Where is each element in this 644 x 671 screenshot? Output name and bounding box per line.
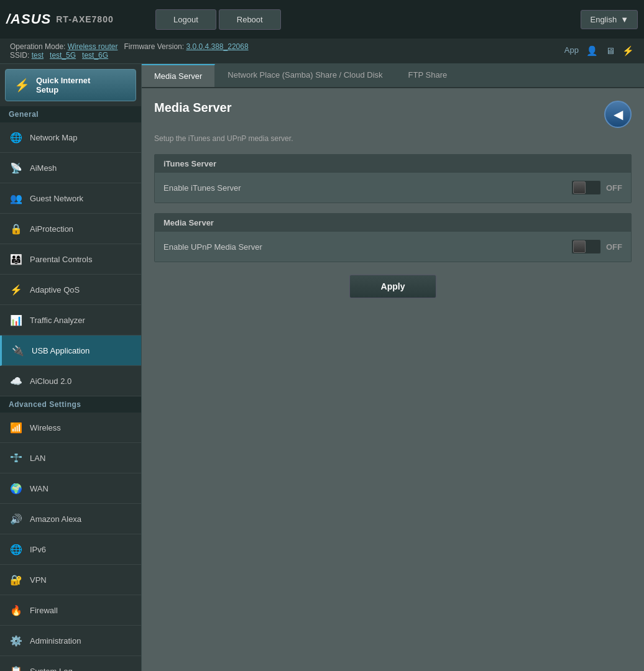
itunes-section-header: iTunes Server: [155, 155, 631, 173]
adaptive-qos-icon: ⚡: [9, 282, 24, 297]
sidebar-item-network-map[interactable]: 🌐 Network Map: [0, 122, 141, 153]
sidebar-label-ipv6: IPv6: [30, 545, 46, 554]
sidebar-label-network-map: Network Map: [30, 133, 78, 142]
sidebar-item-wan[interactable]: 🌍 WAN: [0, 473, 141, 504]
itunes-toggle-state: OFF: [606, 183, 622, 193]
itunes-toggle-thumb: [573, 181, 586, 194]
ssid3-link[interactable]: test_6G: [82, 51, 108, 60]
main-layout: ⚡ Quick Internet Setup General 🌐 Network…: [0, 64, 644, 671]
quick-setup-label: Quick Internet Setup: [36, 76, 90, 94]
itunes-toggle-row: Enable iTunes Server OFF: [155, 173, 631, 203]
reboot-button[interactable]: Reboot: [219, 9, 281, 30]
sidebar-label-aicloud: AiCloud 2.0: [30, 377, 71, 386]
sidebar-label-parental-controls: Parental Controls: [30, 255, 92, 264]
logo-asus: /ASUS: [6, 11, 51, 27]
usb-application-icon: 🔌: [11, 343, 25, 358]
sidebar-item-adaptive-qos[interactable]: ⚡ Adaptive QoS: [0, 275, 141, 305]
apply-button-row: Apply: [154, 275, 632, 298]
sidebar-item-administration[interactable]: ⚙️ Administration: [0, 626, 141, 656]
ssid-prefix: SSID:: [10, 51, 29, 60]
media-toggle-switch[interactable]: OFF: [571, 239, 622, 254]
top-nav: Logout Reboot: [143, 9, 581, 30]
lang-label: English: [590, 15, 617, 24]
logo-model: RT-AXE7800: [56, 14, 113, 24]
sidebar-label-traffic-analyzer: Traffic Analyzer: [30, 316, 85, 325]
back-button[interactable]: ◀: [604, 101, 632, 128]
sidebar-label-lan: LAN: [30, 454, 45, 463]
media-server-section: Media Server Enable UPnP Media Server OF…: [154, 213, 632, 262]
aiprotection-icon: 🔒: [9, 221, 24, 236]
sidebar-item-parental-controls[interactable]: 👨‍👩‍👧 Parental Controls: [0, 244, 141, 275]
sidebar-item-lan[interactable]: LAN: [0, 443, 141, 473]
sidebar-label-system-log: System Log: [30, 667, 73, 672]
tab-ftp-share[interactable]: FTP Share: [396, 64, 461, 87]
fw-version-link[interactable]: 3.0.0.4.388_22068: [186, 42, 248, 51]
sidebar-item-aiprotection[interactable]: 🔒 AiProtection: [0, 214, 141, 244]
media-toggle-label: Enable UPnP Media Server: [163, 242, 571, 252]
parental-controls-icon: 👨‍👩‍👧: [9, 252, 24, 267]
general-section-header: General: [0, 106, 141, 122]
guest-network-icon: 👥: [9, 191, 24, 206]
wireless-icon: 📶: [9, 420, 24, 435]
sidebar-item-aimesh[interactable]: 📡 AiMesh: [0, 153, 141, 183]
system-log-icon: 📋: [9, 664, 24, 671]
wan-icon: 🌍: [9, 481, 24, 496]
monitor-icon[interactable]: 🖥: [605, 45, 615, 57]
amazon-alexa-icon: 🔊: [9, 511, 24, 526]
sidebar-label-wan: WAN: [30, 484, 48, 493]
status-bar: Operation Mode: Wireless router Firmware…: [0, 39, 644, 64]
sidebar-item-usb-application[interactable]: 🔌 USB Application: [0, 336, 141, 366]
chevron-down-icon: ▼: [620, 15, 628, 24]
tab-media-server[interactable]: Media Server: [142, 64, 215, 87]
media-toggle-state: OFF: [606, 242, 622, 252]
quick-internet-setup-button[interactable]: ⚡ Quick Internet Setup: [5, 69, 136, 101]
op-mode-link[interactable]: Wireless router: [68, 42, 118, 51]
traffic-analyzer-icon: 📊: [9, 313, 24, 327]
itunes-server-section: iTunes Server Enable iTunes Server OFF: [154, 154, 632, 203]
sidebar-item-firewall[interactable]: 🔥 Firewall: [0, 595, 141, 626]
sidebar-label-guest-network: Guest Network: [30, 194, 83, 203]
tab-network-place[interactable]: Network Place (Samba) Share / Cloud Disk: [215, 64, 395, 87]
media-toggle-track[interactable]: [571, 239, 601, 254]
firewall-icon: 🔥: [9, 603, 24, 618]
logout-button[interactable]: Logout: [155, 9, 216, 30]
ssid2-link[interactable]: test_5G: [50, 51, 76, 60]
aimesh-icon: 📡: [9, 160, 24, 175]
administration-icon: ⚙️: [9, 633, 24, 648]
language-selector[interactable]: English ▼: [581, 10, 638, 29]
network-map-icon: 🌐: [9, 130, 24, 145]
sidebar-item-aicloud[interactable]: ☁️ AiCloud 2.0: [0, 366, 141, 396]
sidebar-label-usb-application: USB Application: [32, 346, 90, 355]
sidebar-item-traffic-analyzer[interactable]: 📊 Traffic Analyzer: [0, 305, 141, 336]
sidebar-item-amazon-alexa[interactable]: 🔊 Amazon Alexa: [0, 504, 141, 534]
svg-rect-1: [15, 454, 18, 455]
usb-icon[interactable]: ⚡: [622, 45, 634, 57]
sidebar-item-vpn[interactable]: 🔐 VPN: [0, 565, 141, 595]
sidebar-item-ipv6[interactable]: 🌐 IPv6: [0, 534, 141, 565]
sidebar-label-firewall: Firewall: [30, 606, 58, 615]
aicloud-icon: ☁️: [9, 373, 24, 388]
media-toggle-thumb: [573, 240, 586, 253]
sidebar: ⚡ Quick Internet Setup General 🌐 Network…: [0, 64, 142, 671]
sidebar-label-aimesh: AiMesh: [30, 163, 57, 173]
sidebar-label-wireless: Wireless: [30, 423, 61, 432]
logo-area: /ASUS RT-AXE7800: [6, 11, 143, 27]
sidebar-label-adaptive-qos: Adaptive QoS: [30, 285, 80, 294]
sidebar-item-system-log[interactable]: 📋 System Log: [0, 656, 141, 671]
itunes-toggle-switch[interactable]: OFF: [571, 180, 622, 195]
page-content: Media Server ◀ Setup the iTunes and UPnP…: [142, 88, 644, 671]
itunes-toggle-track[interactable]: [571, 180, 601, 195]
sidebar-item-guest-network[interactable]: 👥 Guest Network: [0, 183, 141, 214]
tab-bar: Media Server Network Place (Samba) Share…: [142, 64, 644, 88]
content-area: Media Server Network Place (Samba) Share…: [142, 64, 644, 671]
op-mode-prefix: Operation Mode:: [10, 42, 65, 51]
sidebar-item-wireless[interactable]: 📶 Wireless: [0, 413, 141, 443]
ssid1-link[interactable]: test: [32, 51, 44, 60]
users-icon[interactable]: 👤: [586, 45, 598, 57]
apply-button[interactable]: Apply: [349, 275, 437, 298]
itunes-toggle-label: Enable iTunes Server: [163, 183, 571, 193]
sidebar-label-administration: Administration: [30, 636, 81, 646]
status-info: Operation Mode: Wireless router Firmware…: [10, 42, 249, 60]
sidebar-label-amazon-alexa: Amazon Alexa: [30, 514, 81, 524]
sidebar-label-aiprotection: AiProtection: [30, 224, 73, 234]
